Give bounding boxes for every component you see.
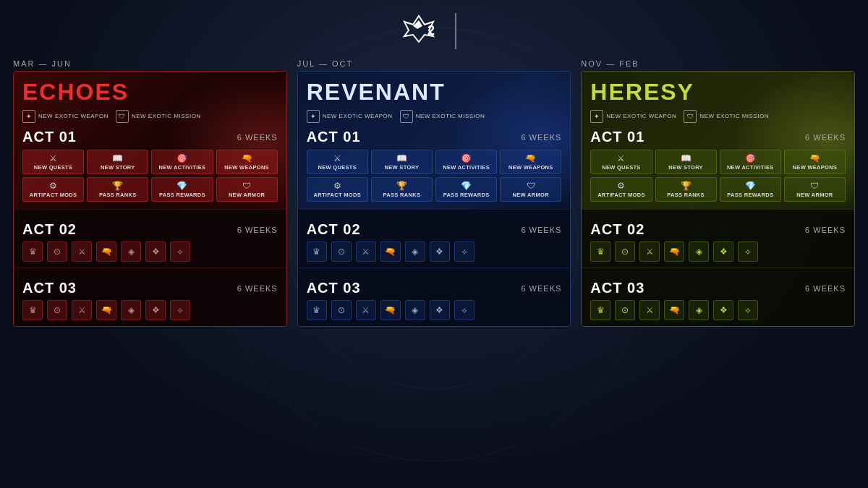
act-icon-revenant-1-3: 🔫 xyxy=(380,241,401,262)
feature-icon-heresy-0: ⚔ xyxy=(595,153,647,163)
act-icon-revenant-1-1: ⊙ xyxy=(331,241,352,262)
feature-icon-echoes-7: 🛡 xyxy=(221,181,273,191)
act2-title-revenant: Act 02 xyxy=(307,221,361,238)
act-icon-revenant-2-2: ⚔ xyxy=(356,300,376,320)
feature-label-revenant-0: NEW QUESTS xyxy=(311,164,364,171)
date-range-echoes: MAR — JUN xyxy=(13,59,287,68)
episode-name-echoes: ECHOES xyxy=(22,79,278,106)
feature-badge-revenant-2: 🎯NEW ACTIVITIES xyxy=(435,150,497,174)
act-icon-heresy-1-1: ⊙ xyxy=(615,241,635,262)
feature-icon-heresy-5: 🏆 xyxy=(660,181,712,191)
feature-badge-revenant-3: 🔫NEW WEAPONS xyxy=(500,150,561,174)
episode-name-heresy: HERESY xyxy=(590,79,846,106)
destiny2-logo: 2 xyxy=(397,14,441,48)
episode-wrapper-echoes: MAR — JUNECHOES✦NEW EXOTIC WEAPON🛡NEW EX… xyxy=(13,59,287,327)
feature-label-heresy-7: NEW ARMOR xyxy=(788,192,841,198)
act-icon-echoes-1-5: ❖ xyxy=(145,241,166,262)
feature-icon-revenant-6: 💎 xyxy=(440,181,493,191)
act-icon-heresy-2-3: 🔫 xyxy=(664,300,684,320)
act3-weeks-revenant: 6 WEEKS xyxy=(521,284,561,293)
act01-section-heresy: HERESY✦NEW EXOTIC WEAPON🛡NEW EXOTIC MISS… xyxy=(582,72,854,209)
act01-title-revenant: Act 01 xyxy=(307,129,361,145)
act2-icons-echoes: ♛⊙⚔🔫◈❖⟡ xyxy=(22,241,278,262)
act-icon-heresy-2-0: ♛ xyxy=(590,300,610,320)
feature-label-heresy-2: NEW ACTIVITIES xyxy=(724,164,777,171)
act-icon-echoes-1-3: 🔫 xyxy=(96,241,116,262)
act-icon-heresy-1-0: ♛ xyxy=(590,241,610,262)
act01-title-echoes: Act 01 xyxy=(22,129,77,145)
act-icon-echoes-1-2: ⚔ xyxy=(72,241,92,262)
act-icon-revenant-2-4: ◈ xyxy=(405,300,425,320)
feature-icon-revenant-1: 📖 xyxy=(375,153,428,163)
act2-section-revenant: Act 026 WEEKS♛⊙⚔🔫◈❖⟡ xyxy=(298,209,571,267)
exotic_mission-label-revenant: NEW EXOTIC MISSION xyxy=(416,113,485,120)
svg-text:2: 2 xyxy=(427,23,435,38)
feature-label-echoes-2: NEW ACTIVITIES xyxy=(156,164,208,171)
act-icon-revenant-1-0: ♛ xyxy=(307,241,327,262)
feature-icon-echoes-2: 🎯 xyxy=(156,153,208,163)
act-icon-heresy-1-5: ❖ xyxy=(713,241,733,262)
feature-icon-heresy-7: 🛡 xyxy=(788,181,841,191)
episode-card-revenant: REVENANT✦NEW EXOTIC WEAPON🛡NEW EXOTIC MI… xyxy=(297,71,571,327)
act-icon-heresy-2-2: ⚔ xyxy=(639,300,660,320)
exotic_weapon-icon: ✦ xyxy=(307,110,320,123)
act3-weeks-heresy: 6 WEEKS xyxy=(805,284,846,293)
feature-badge-revenant-4: ⚙ARTIFACT MODS xyxy=(307,177,368,202)
act01-section-revenant: REVENANT✦NEW EXOTIC WEAPON🛡NEW EXOTIC MI… xyxy=(298,72,571,209)
exotic_mission-revenant: 🛡NEW EXOTIC MISSION xyxy=(400,110,485,123)
feature-label-revenant-1: NEW STORY xyxy=(375,164,428,171)
feature-badge-echoes-5: 🏆PASS RANKS xyxy=(87,177,148,202)
episode-card-echoes: ECHOES✦NEW EXOTIC WEAPON🛡NEW EXOTIC MISS… xyxy=(13,71,287,327)
feature-label-echoes-4: ARTIFACT MODS xyxy=(27,192,80,198)
act2-section-heresy: Act 026 WEEKS♛⊙⚔🔫◈❖⟡ xyxy=(582,209,854,267)
feature-icon-revenant-0: ⚔ xyxy=(311,153,364,163)
exotic_mission-icon: 🛡 xyxy=(400,110,413,123)
feature-badge-echoes-1: 📖NEW STORY xyxy=(87,150,148,174)
feature-icon-revenant-3: 🔫 xyxy=(504,153,557,163)
feature-label-revenant-4: ARTIFACT MODS xyxy=(311,192,364,198)
features-grid-echoes: ⚔NEW QUESTS📖NEW STORY🎯NEW ACTIVITIES🔫NEW… xyxy=(22,150,278,202)
act2-header-heresy: Act 026 WEEKS xyxy=(590,221,846,238)
features-grid-revenant: ⚔NEW QUESTS📖NEW STORY🎯NEW ACTIVITIES🔫NEW… xyxy=(307,150,562,202)
act3-icons-heresy: ♛⊙⚔🔫◈❖⟡ xyxy=(590,300,846,320)
exotic_mission-heresy: 🛡NEW EXOTIC MISSION xyxy=(684,110,769,123)
act-icon-heresy-1-4: ◈ xyxy=(689,241,709,262)
act01-weeks-echoes: 6 WEEKS xyxy=(237,133,278,142)
act-icon-revenant-2-1: ⊙ xyxy=(331,300,352,320)
act-icon-echoes-1-4: ◈ xyxy=(121,241,141,262)
feature-label-echoes-7: NEW ARMOR xyxy=(221,192,273,198)
episode-wrapper-heresy: NOV — FEBHERESY✦NEW EXOTIC WEAPON🛡NEW EX… xyxy=(581,59,855,327)
act-icon-revenant-1-4: ◈ xyxy=(405,241,425,262)
episode-name-revenant: REVENANT xyxy=(307,79,562,106)
act3-icons-revenant: ♛⊙⚔🔫◈❖⟡ xyxy=(307,300,562,320)
exotic_mission-icon: 🛡 xyxy=(116,110,129,123)
act-icon-heresy-1-2: ⚔ xyxy=(639,241,660,262)
feature-icon-revenant-4: ⚙ xyxy=(311,181,364,191)
feature-label-echoes-6: PASS REWARDS xyxy=(156,192,208,198)
act01-weeks-heresy: 6 WEEKS xyxy=(805,133,846,142)
feature-badge-echoes-2: 🎯NEW ACTIVITIES xyxy=(151,150,213,174)
act01-weeks-revenant: 6 WEEKS xyxy=(521,133,561,142)
feature-label-revenant-5: PASS RANKS xyxy=(375,192,428,198)
act3-section-echoes: Act 036 WEEKS♛⊙⚔🔫◈❖⟡ xyxy=(14,267,286,326)
episodes-container: MAR — JUNECHOES✦NEW EXOTIC WEAPON🛡NEW EX… xyxy=(0,59,868,327)
act3-header-heresy: Act 036 WEEKS xyxy=(590,280,846,296)
act3-title-heresy: Act 03 xyxy=(590,280,644,296)
act01-section-echoes: ECHOES✦NEW EXOTIC WEAPON🛡NEW EXOTIC MISS… xyxy=(14,72,286,209)
feature-label-echoes-0: NEW QUESTS xyxy=(27,164,80,171)
feature-icon-heresy-1: 📖 xyxy=(660,153,712,163)
act3-section-revenant: Act 036 WEEKS♛⊙⚔🔫◈❖⟡ xyxy=(298,267,571,326)
feature-icon-echoes-1: 📖 xyxy=(91,153,144,163)
act2-icons-heresy: ♛⊙⚔🔫◈❖⟡ xyxy=(590,241,846,262)
feature-label-revenant-2: NEW ACTIVITIES xyxy=(440,164,493,171)
act-icon-revenant-2-3: 🔫 xyxy=(380,300,401,320)
date-range-revenant: JUL — OCT xyxy=(297,59,571,68)
act-icon-echoes-2-2: ⚔ xyxy=(72,300,92,320)
act-icon-heresy-2-4: ◈ xyxy=(689,300,709,320)
feature-label-echoes-1: NEW STORY xyxy=(91,164,144,171)
feature-badge-heresy-2: 🎯NEW ACTIVITIES xyxy=(720,150,781,174)
feature-badge-heresy-5: 🏆PASS RANKS xyxy=(655,177,717,202)
act2-weeks-heresy: 6 WEEKS xyxy=(805,226,846,234)
feature-badge-echoes-0: ⚔NEW QUESTS xyxy=(22,150,84,174)
act2-header-echoes: Act 026 WEEKS xyxy=(22,221,278,238)
